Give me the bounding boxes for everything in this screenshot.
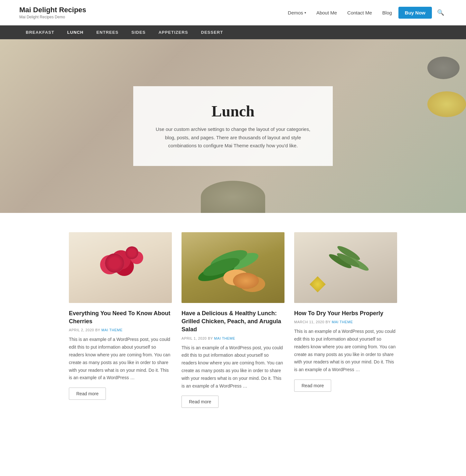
post-title: Have a Delicious & Healthy Lunch: Grille… bbox=[182, 309, 284, 334]
post-image-salad bbox=[182, 232, 284, 303]
category-nav: BREAKFAST LUNCH ENTREES SIDES APPETIZERS… bbox=[0, 25, 466, 39]
site-header: Mai Delight Recipes Mai Delight Recipes … bbox=[0, 0, 466, 25]
post-title: How To Dry Your Herbs Properly bbox=[294, 309, 397, 317]
post-excerpt: This is an example of a WordPress post, … bbox=[182, 344, 284, 390]
site-title[interactable]: Mai Delight Recipes bbox=[19, 6, 86, 14]
main-nav: Demos ▾ About Me Contact Me Blog Buy Now… bbox=[284, 7, 447, 19]
read-more-button[interactable]: Read more bbox=[182, 396, 219, 408]
nav-demos[interactable]: Demos ▾ bbox=[284, 8, 310, 17]
nav-contact[interactable]: Contact Me bbox=[343, 8, 376, 17]
chevron-down-icon: ▾ bbox=[304, 11, 306, 14]
hero-banner: Lunch Use our custom archive settings to… bbox=[0, 39, 466, 213]
post-excerpt: This is an example of a WordPress post, … bbox=[69, 336, 172, 382]
post-body: Have a Delicious & Healthy Lunch: Grille… bbox=[182, 303, 284, 414]
post-excerpt: This is an example of a WordPress post, … bbox=[294, 328, 397, 374]
post-date: MARCH 11, 2020 bbox=[294, 320, 324, 324]
read-more-button[interactable]: Read more bbox=[294, 380, 331, 392]
posts-section: Everything You Need To Know About Cherri… bbox=[50, 232, 416, 414]
post-body: Everything You Need To Know About Cherri… bbox=[69, 303, 172, 406]
hero-title: Lunch bbox=[153, 102, 313, 120]
post-meta: APRIL 1, 2020 BY MAI THEME bbox=[182, 336, 284, 340]
category-entrees[interactable]: ENTREES bbox=[90, 25, 125, 39]
site-tagline: Mai Delight Recipes Demo bbox=[19, 15, 86, 19]
post-author[interactable]: MAI THEME bbox=[332, 320, 353, 324]
buy-now-button[interactable]: Buy Now bbox=[398, 7, 432, 19]
post-card: Everything You Need To Know About Cherri… bbox=[69, 232, 172, 414]
post-meta: MARCH 11, 2020 BY MAI THEME bbox=[294, 320, 397, 324]
nav-about[interactable]: About Me bbox=[312, 8, 341, 17]
search-button[interactable]: 🔍 bbox=[434, 8, 447, 17]
search-icon: 🔍 bbox=[437, 9, 444, 16]
post-title: Everything You Need To Know About Cherri… bbox=[69, 309, 172, 325]
post-image-cherries bbox=[69, 232, 172, 303]
post-card: Have a Delicious & Healthy Lunch: Grille… bbox=[182, 232, 284, 414]
post-author[interactable]: MAI THEME bbox=[101, 328, 123, 332]
post-meta: APRIL 2, 2020 BY MAI THEME bbox=[69, 328, 172, 332]
category-breakfast[interactable]: BREAKFAST bbox=[19, 25, 61, 39]
post-date: APRIL 2, 2020 bbox=[69, 328, 94, 332]
read-more-button[interactable]: Read more bbox=[69, 388, 106, 400]
post-body: How To Dry Your Herbs Properly MARCH 11,… bbox=[294, 303, 397, 398]
post-image-herbs bbox=[294, 232, 397, 303]
category-appetizers[interactable]: APPETIZERS bbox=[152, 25, 194, 39]
post-date: APRIL 1, 2020 bbox=[182, 336, 207, 340]
category-sides[interactable]: SIDES bbox=[125, 25, 152, 39]
post-author[interactable]: MAI THEME bbox=[214, 336, 235, 340]
post-card: How To Dry Your Herbs Properly MARCH 11,… bbox=[294, 232, 397, 414]
hero-description: Use our custom archive settings to chang… bbox=[153, 125, 313, 150]
posts-grid: Everything You Need To Know About Cherri… bbox=[69, 232, 397, 414]
site-branding: Mai Delight Recipes Mai Delight Recipes … bbox=[19, 6, 86, 19]
nav-blog[interactable]: Blog bbox=[378, 8, 396, 17]
hero-content: Lunch Use our custom archive settings to… bbox=[133, 86, 333, 166]
category-dessert[interactable]: DESSERT bbox=[194, 25, 229, 39]
category-lunch[interactable]: LUNCH bbox=[61, 25, 90, 39]
